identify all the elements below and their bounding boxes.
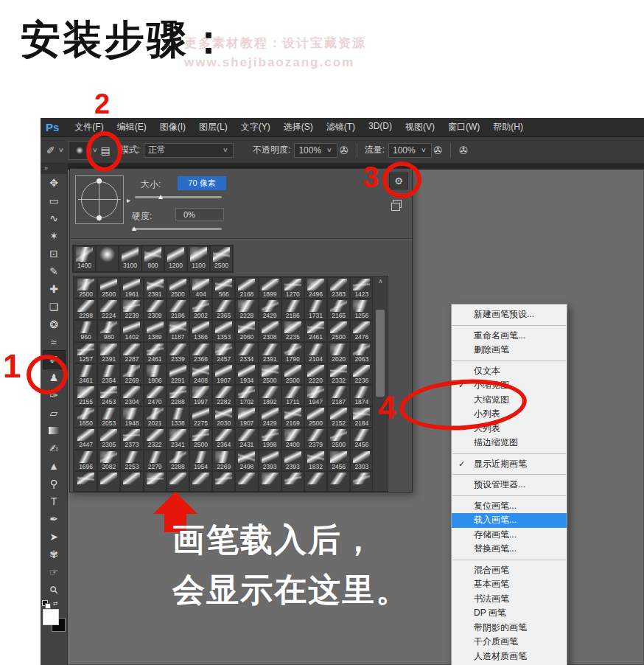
brush-preset[interactable]: 2500	[210, 246, 233, 272]
context-menu-item[interactable]: 复位画笔...	[452, 499, 567, 514]
mode-select[interactable]: 正常 ∨	[144, 143, 234, 158]
brush-preset[interactable]: 2365	[212, 299, 235, 320]
brush-preset[interactable]	[120, 471, 143, 492]
brush-preset[interactable]: 2431	[235, 428, 258, 449]
menubar-item[interactable]: 窗口(W)	[441, 121, 486, 133]
brush-preset[interactable]	[212, 471, 235, 492]
brush-preset[interactable]: 2152	[327, 406, 350, 428]
brush-preset[interactable]: 2322	[144, 428, 167, 449]
lasso-tool[interactable]: ∿	[43, 209, 65, 227]
swap-colors-icon[interactable]: ⇄	[53, 600, 58, 607]
brush-preset[interactable]: 2304	[120, 385, 143, 406]
brush-preset[interactable]	[350, 471, 373, 492]
context-menu-item[interactable]: DP 画笔	[452, 606, 567, 621]
brush-preset[interactable]: 2447	[74, 428, 97, 449]
crop-tool[interactable]: ⊡	[43, 245, 65, 262]
brush-preset[interactable]: 2239	[120, 299, 143, 320]
flow-pressure-icon[interactable]: ✇	[459, 145, 468, 156]
brush-preset[interactable]: 1907	[212, 363, 235, 385]
brush-preset[interactable]	[259, 471, 281, 492]
brush-preset[interactable]: 2334	[235, 342, 258, 363]
brush-preset[interactable]: 2373	[120, 428, 143, 449]
patch-tool[interactable]: ❏	[43, 298, 65, 316]
brush-preset[interactable]: 2500	[281, 363, 304, 385]
brush-preset[interactable]: 2500	[304, 406, 327, 428]
brush-preset[interactable]: 2165	[327, 299, 350, 320]
brush-preset[interactable]: 2053	[97, 406, 120, 428]
smudge-tool[interactable]: ✍	[43, 439, 65, 457]
brush-preset[interactable]: 2269	[212, 450, 235, 471]
brush-preset[interactable]: 2291	[167, 363, 189, 385]
brush-preset[interactable]: 2500	[327, 320, 350, 341]
brush-preset[interactable]: 1934	[235, 363, 258, 385]
brush-preset[interactable]: 1998	[259, 428, 281, 449]
brush-preset[interactable]: 2155	[74, 385, 97, 406]
brush-preset[interactable]: 2220	[304, 363, 327, 385]
hardness-value[interactable]: 0%	[175, 208, 224, 220]
brush-preset[interactable]: 1353	[212, 320, 235, 341]
brush-preset[interactable]: 2308	[259, 320, 281, 341]
brush-preset[interactable]: 404	[189, 277, 212, 299]
eraser-tool[interactable]: ▱	[43, 404, 65, 422]
brush-preset[interactable]: 2391	[97, 342, 120, 363]
brush-preset[interactable]: 1402	[120, 320, 143, 341]
brush-preset[interactable]: 1948	[120, 406, 143, 428]
brush-preset[interactable]: 2298	[74, 299, 97, 320]
marquee-tool[interactable]: ▭	[43, 192, 65, 209]
brush-preset[interactable]: 980	[97, 320, 120, 341]
brush-preset[interactable]: 800	[141, 246, 164, 272]
context-menu-item[interactable]: 人造材质画笔	[452, 650, 567, 664]
scrollbar-thumb[interactable]	[376, 310, 385, 397]
eyedropper-tool[interactable]: ✎	[43, 262, 65, 280]
brush-preset[interactable]: 2429	[259, 299, 281, 320]
brush-preset[interactable]: 2287	[120, 342, 143, 363]
brush-preset[interactable]: 1892	[259, 385, 281, 406]
brush-preset[interactable]: 2309	[144, 299, 167, 320]
brush-preset[interactable]: 1100	[187, 246, 210, 272]
brush-preset[interactable]: 2184	[350, 406, 373, 428]
brush-preset[interactable]: 2236	[350, 363, 373, 385]
context-menu-item[interactable]: 预设管理器...	[452, 478, 567, 492]
dodge-tool[interactable]: ▲	[43, 457, 65, 475]
brush-preset[interactable]: 2500	[97, 277, 120, 299]
brush-preset[interactable]: 2470	[144, 385, 167, 406]
brush-preset[interactable]	[327, 471, 350, 492]
brush-preset[interactable]: 2456	[327, 450, 350, 471]
brush-preset[interactable]: 2187	[327, 385, 350, 406]
context-menu-item[interactable]: 删除画笔	[452, 343, 567, 358]
brush-preset[interactable]: 2082	[97, 450, 120, 471]
brush-preset[interactable]: 1731	[304, 299, 327, 320]
brush-preset[interactable]: 2288	[167, 450, 189, 471]
brush-preset[interactable]: 1200	[164, 246, 187, 272]
brush-preset[interactable]: 2457	[212, 342, 235, 363]
healing-brush-tool[interactable]: ✚	[43, 280, 65, 298]
brush-preset[interactable]: 1790	[281, 342, 304, 363]
brush-preset[interactable]	[97, 471, 120, 492]
brush-preset[interactable]: 1400	[73, 246, 96, 272]
brush-preset[interactable]: 2500	[167, 277, 189, 299]
brush-preset[interactable]	[281, 471, 304, 492]
brush-preset[interactable]: 960	[74, 320, 97, 341]
roundness-handle[interactable]	[97, 215, 102, 220]
brush-preset[interactable]: 2498	[235, 450, 258, 471]
tool-preset-chevron-icon[interactable]: ∨	[58, 147, 64, 153]
default-colors-icon[interactable]	[42, 600, 49, 607]
brush-preset[interactable]: 1954	[189, 450, 212, 471]
brush-preset[interactable]: 1711	[281, 385, 304, 406]
brush-preset[interactable]: 3100	[119, 246, 141, 272]
context-menu-item[interactable]: ✓显示近期画笔	[452, 457, 567, 472]
brush-preset[interactable]: 1389	[144, 320, 167, 341]
menubar-item[interactable]: 图层(L)	[192, 121, 234, 133]
brush-preset[interactable]: 2461	[304, 320, 327, 341]
brush-preset[interactable]: 2400	[281, 428, 304, 449]
brush-preset[interactable]: 2393	[259, 450, 281, 471]
brush-preset[interactable]: 2305	[97, 428, 120, 449]
brush-preset[interactable]	[235, 471, 258, 492]
brush-preset[interactable]: 2408	[189, 363, 212, 385]
brush-preset[interactable]: 2288	[167, 385, 189, 406]
brush-preset[interactable]: 1947	[304, 385, 327, 406]
brush-preset[interactable]: 1997	[189, 385, 212, 406]
context-menu-item[interactable]: 载入画笔...	[452, 513, 567, 528]
brush-preset[interactable]: 2186	[167, 299, 189, 320]
opacity-pressure-icon[interactable]: ✇	[340, 145, 349, 156]
